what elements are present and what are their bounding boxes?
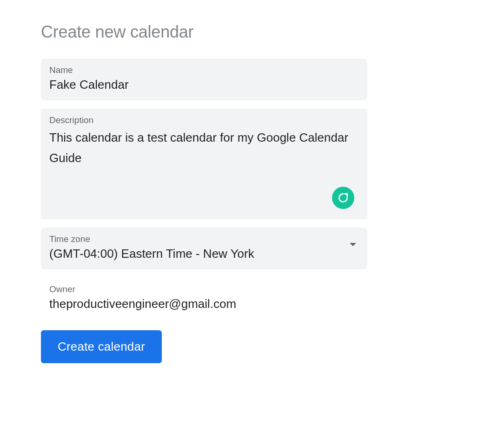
page-title: Create new calendar [41,22,504,42]
owner-section: Owner theproductiveengineer@gmail.com [41,278,367,312]
description-label: Description [49,115,359,125]
name-input[interactable] [49,77,359,93]
owner-label: Owner [49,284,359,294]
name-field-container[interactable]: Name [41,59,367,100]
grammarly-icon[interactable] [332,187,354,209]
dropdown-arrow-icon [350,243,356,246]
description-field-container[interactable]: Description [41,109,367,219]
timezone-field-container[interactable]: Time zone (GMT-04:00) Eastern Time - New… [41,228,367,269]
description-input[interactable] [49,127,359,206]
timezone-value: (GMT-04:00) Eastern Time - New York [49,246,350,262]
create-calendar-button[interactable]: Create calendar [41,330,162,363]
timezone-label: Time zone [49,234,350,244]
name-label: Name [49,65,359,75]
owner-value: theproductiveengineer@gmail.com [49,296,359,312]
